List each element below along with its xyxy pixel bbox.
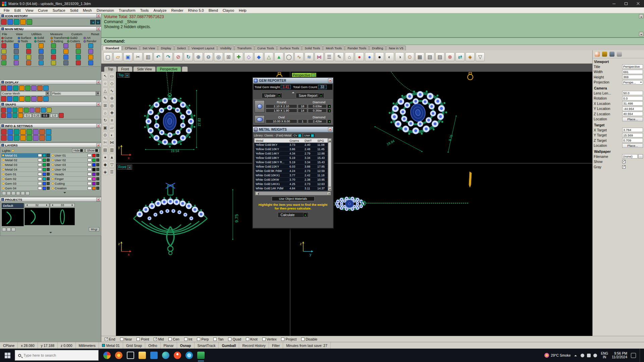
- palette-icon[interactable]: [12, 108, 17, 113]
- close-icon[interactable]: [96, 124, 100, 128]
- layer-lock-icon[interactable]: [96, 173, 99, 176]
- layer-color-swatch[interactable]: [92, 187, 96, 190]
- close-icon[interactable]: [96, 103, 100, 106]
- palette-icon[interactable]: [24, 108, 29, 113]
- osnap-end[interactable]: End: [105, 337, 115, 341]
- taskbar-store-icon[interactable]: [150, 352, 158, 359]
- grid-snap-value-0-5[interactable]: 0.5: [41, 114, 49, 118]
- layer-color-swatch[interactable]: [43, 187, 46, 190]
- property-value[interactable]: (none): [622, 154, 638, 159]
- toolbar-tab-set-view[interactable]: Set View: [140, 46, 158, 50]
- status-metal-01[interactable]: Metal 01: [99, 342, 123, 349]
- action-center-icon[interactable]: [631, 353, 636, 358]
- layer-color-swatch[interactable]: [92, 168, 96, 171]
- layer-tool-button[interactable]: [25, 191, 30, 195]
- menu-item-curve[interactable]: Curve: [36, 8, 50, 12]
- palette-icon[interactable]: [1, 85, 6, 91]
- layer-tool-button[interactable]: [11, 191, 15, 195]
- layer-lock-icon[interactable]: [47, 168, 50, 171]
- toolbar-icon[interactable]: ⌂: [345, 52, 354, 61]
- osnap-point[interactable]: Point: [137, 337, 149, 341]
- start-button[interactable]: [0, 349, 15, 362]
- scroll-up-icon[interactable]: [639, 14, 643, 18]
- panel-header[interactable]: MAIN MENU: [0, 26, 101, 31]
- palette-icon[interactable]: [43, 85, 49, 91]
- project-item-default[interactable]: Default: [2, 203, 24, 208]
- layer-color-swatch[interactable]: [92, 182, 96, 185]
- project-thumbnail[interactable]: [24, 208, 49, 225]
- layer-visible-icon[interactable]: [2, 168, 4, 171]
- user-toggle[interactable]: User: [303, 133, 315, 137]
- menu-item-surface[interactable]: Surface: [50, 8, 68, 12]
- palette-icon[interactable]: [26, 135, 32, 141]
- viewport-tab-top[interactable]: Top: [104, 66, 117, 72]
- palette-icon[interactable]: [7, 113, 12, 118]
- layer-lock-icon[interactable]: [96, 177, 99, 180]
- palette-icon[interactable]: [7, 129, 13, 135]
- layer-visible-icon[interactable]: [52, 178, 54, 180]
- save-report-button[interactable]: Save Report: [296, 93, 325, 98]
- layer-material-box[interactable]: [38, 177, 42, 180]
- osnap-quad[interactable]: Quad: [228, 337, 241, 341]
- layer-row-cutting[interactable]: Cutting: [51, 181, 100, 186]
- side-tool-icon[interactable]: ⊞: [102, 102, 108, 109]
- palette-icon[interactable]: [43, 96, 49, 102]
- layer-tool-button[interactable]: [2, 191, 6, 195]
- scroll-up-icon[interactable]: [328, 138, 331, 142]
- layer-lock-icon[interactable]: [96, 159, 99, 162]
- side-tool-icon[interactable]: ▥: [109, 146, 115, 153]
- menu-item-edit[interactable]: Edit: [12, 8, 23, 12]
- palette-icon[interactable]: [76, 60, 81, 65]
- toolbar-tab-drafting[interactable]: Drafting: [369, 46, 386, 50]
- palette-icon[interactable]: [25, 96, 31, 102]
- osnap-int[interactable]: Int: [184, 337, 193, 341]
- side-tool-icon[interactable]: ⋈: [109, 139, 115, 145]
- palette-icon[interactable]: [1, 60, 6, 65]
- layer-material-box[interactable]: [38, 168, 42, 171]
- layer-row-user-03[interactable]: User 03: [51, 163, 100, 167]
- panel-header[interactable]: PROJECTS: [0, 197, 101, 202]
- palette-icon[interactable]: [39, 55, 44, 60]
- material-mode-dropdown[interactable]: Plastic: [51, 91, 101, 96]
- toolbar-tab-mesh-tools[interactable]: Mesh Tools: [323, 46, 344, 50]
- taskbar-task-view-icon[interactable]: [127, 352, 134, 359]
- layer-visible-icon[interactable]: [52, 182, 54, 185]
- toolbar-icon[interactable]: ◈: [466, 52, 475, 61]
- status-x-28-080[interactable]: x 28.080: [18, 342, 38, 349]
- menu-item-tools[interactable]: Tools: [138, 8, 151, 12]
- palette-icon[interactable]: [39, 60, 44, 65]
- toolbar-icon[interactable]: ◐: [385, 52, 394, 61]
- toolbar-tab-select[interactable]: Select: [174, 46, 189, 50]
- update-button[interactable]: Update: [262, 93, 282, 98]
- splitter-handle[interactable]: [253, 90, 333, 93]
- menu-item-dimension[interactable]: Dimension: [94, 8, 116, 12]
- toolbar-icon[interactable]: ⋈: [315, 52, 324, 61]
- toolbar-tab-new-in-v5[interactable]: New in V5: [386, 46, 406, 50]
- palette-icon[interactable]: [59, 113, 64, 118]
- side-tool-icon[interactable]: ≡: [109, 117, 115, 123]
- osnap-knot[interactable]: Knot: [246, 337, 258, 341]
- side-tool-icon[interactable]: ⌂: [102, 110, 108, 116]
- palette-icon[interactable]: [88, 55, 93, 60]
- toolbar-icon[interactable]: ∿: [294, 52, 304, 61]
- palette-icon[interactable]: [25, 85, 31, 91]
- side-tool-icon[interactable]: ◎: [109, 102, 115, 109]
- status-record-history[interactable]: Record History: [239, 342, 269, 349]
- layer-lock-icon[interactable]: [47, 163, 50, 166]
- palette-icon[interactable]: [7, 85, 12, 91]
- side-tool-icon[interactable]: △: [102, 87, 108, 94]
- collapse-icon[interactable]: [49, 232, 52, 235]
- layer-material-box[interactable]: [88, 159, 92, 162]
- calculate-button[interactable]: Calculate: [278, 212, 309, 218]
- osnap-cen[interactable]: Cen: [168, 337, 179, 341]
- project-add-button[interactable]: [2, 228, 6, 231]
- layer-material-box[interactable]: [38, 182, 42, 185]
- palette-icon[interactable]: [76, 43, 81, 48]
- checkbox-icon[interactable]: [120, 338, 123, 341]
- viewport-front-label[interactable]: Front: [117, 165, 132, 170]
- toolbar-icon[interactable]: ✎: [335, 52, 344, 61]
- toolbar-icon[interactable]: ▲: [274, 52, 283, 61]
- layer-row-creation[interactable]: Creation: [51, 186, 100, 191]
- side-tool-icon[interactable]: ⊕: [109, 95, 115, 101]
- status-y-17-188[interactable]: y 17.188: [38, 342, 58, 349]
